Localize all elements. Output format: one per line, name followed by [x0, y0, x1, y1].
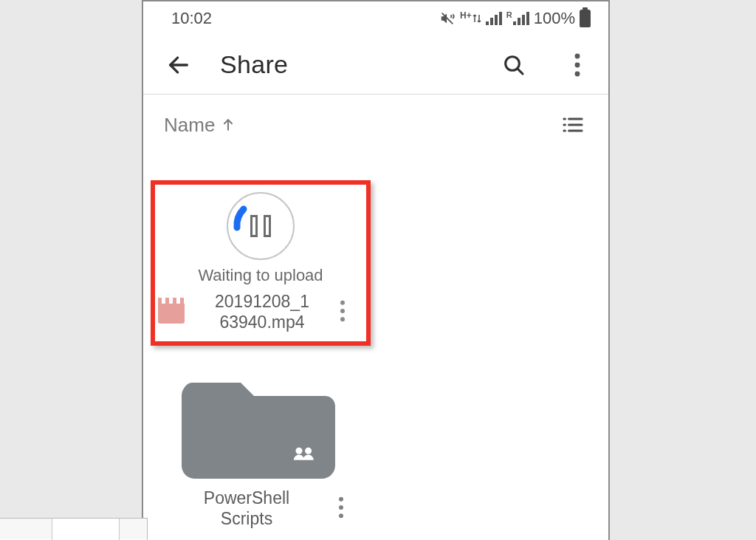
- sort-row: Name: [143, 95, 608, 155]
- signal-bars-icon-2: [513, 12, 529, 25]
- svg-point-7: [296, 448, 303, 454]
- sort-toggle[interactable]: Name: [164, 114, 236, 137]
- svg-point-4: [340, 301, 345, 305]
- svg-point-8: [305, 448, 312, 454]
- folder-tile[interactable]: PowerShell Scripts: [154, 365, 363, 535]
- status-icons: H+ R 100%: [439, 9, 591, 28]
- status-time: 10:02: [171, 9, 212, 28]
- more-actions-button[interactable]: [560, 47, 595, 83]
- more-vertical-icon: [574, 53, 581, 77]
- shared-folder-icon: [177, 365, 340, 483]
- more-vertical-icon: [340, 300, 346, 322]
- svg-point-9: [339, 497, 343, 502]
- svg-point-11: [339, 513, 343, 518]
- battery-icon: [580, 10, 591, 27]
- view-mode-toggle[interactable]: [558, 110, 588, 140]
- svg-point-10: [339, 505, 343, 510]
- file-grid: Waiting to upload 20191208_1 63940.mp4: [143, 155, 608, 540]
- device-frame: 10:02 H+ R: [142, 0, 610, 540]
- window-chrome-decoration: [0, 518, 148, 540]
- progress-arc-icon: [227, 192, 295, 260]
- file-tile-uploading[interactable]: Waiting to upload 20191208_1 63940.mp4: [151, 180, 371, 346]
- video-file-icon: [158, 301, 185, 324]
- app-bar: Share: [143, 35, 608, 95]
- svg-point-3: [575, 71, 580, 76]
- battery-percent: 100%: [534, 9, 575, 28]
- list-view-icon: [561, 115, 585, 134]
- more-vertical-icon: [338, 496, 344, 519]
- folder-more-button[interactable]: [338, 496, 363, 522]
- signal-bars-icon-1: [486, 12, 502, 25]
- android-statusbar: 10:02 H+ R: [143, 1, 608, 35]
- sort-ascending-icon: [221, 116, 236, 134]
- file-name: 20191208_1 63940.mp4: [188, 292, 337, 332]
- roaming-indicator: R: [506, 12, 529, 25]
- upload-status-text: Waiting to upload: [198, 266, 323, 285]
- svg-point-1: [575, 53, 580, 58]
- folder-name: PowerShell Scripts: [158, 488, 335, 529]
- network-h-plus-icon: H+: [460, 13, 481, 24]
- svg-point-5: [340, 309, 345, 313]
- svg-point-2: [575, 62, 580, 67]
- back-arrow-icon: [166, 52, 191, 78]
- upload-progress-spinner[interactable]: [227, 192, 295, 260]
- svg-point-6: [340, 317, 345, 321]
- mute-vibrate-icon: [439, 10, 456, 27]
- page-title: Share: [220, 50, 288, 79]
- sort-field-label: Name: [164, 114, 215, 137]
- search-icon: [502, 53, 526, 77]
- search-button[interactable]: [496, 47, 532, 83]
- file-more-button[interactable]: [340, 300, 365, 325]
- back-button[interactable]: [165, 52, 192, 78]
